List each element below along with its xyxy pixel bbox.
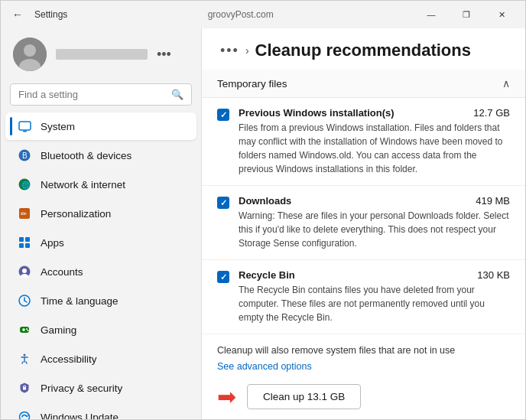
checkbox-prev-windows[interactable] xyxy=(217,109,229,121)
collapse-button[interactable]: ∧ xyxy=(502,77,510,90)
svg-text:🌐: 🌐 xyxy=(21,181,31,190)
sidebar-item-gaming[interactable]: Gaming xyxy=(5,316,196,343)
privacy-icon xyxy=(18,381,31,395)
user-more-button[interactable]: ••• xyxy=(157,47,171,63)
user-name-bar xyxy=(56,49,148,60)
item-prev-windows-size: 12.7 GB xyxy=(473,107,510,119)
item-recycle-desc: The Recycle Bin contains files you have … xyxy=(239,283,510,324)
svg-rect-12 xyxy=(25,237,30,242)
avatar xyxy=(13,37,47,71)
update-icon xyxy=(18,410,31,419)
item-recycle-size: 130 KB xyxy=(477,269,510,281)
sidebar-item-accounts[interactable]: Accounts xyxy=(5,258,196,285)
cleanup-button-area: ➡ Clean up 13.1 GB xyxy=(202,373,525,419)
titlebar: ← Settings groovyPost.com — ❐ ✕ xyxy=(1,1,525,28)
personalization-icon: ✏ xyxy=(18,207,31,220)
list-item: Downloads 419 MB Warning: These are file… xyxy=(202,186,525,260)
svg-rect-14 xyxy=(25,243,30,248)
sidebar-item-label-bluetooth: Bluetooth & devices xyxy=(41,150,132,161)
checkbox-recycle[interactable] xyxy=(217,271,229,283)
sidebar-item-network[interactable]: 🌐 Network & internet xyxy=(5,171,196,198)
cleanup-button[interactable]: Clean up 13.1 GB xyxy=(247,384,361,409)
item-downloads-content: Downloads 419 MB Warning: These are file… xyxy=(239,195,510,250)
accessibility-icon xyxy=(18,352,31,366)
svg-line-20 xyxy=(24,301,27,302)
item-prev-windows-title: Previous Windows installation(s) xyxy=(239,107,394,119)
checkbox-downloads[interactable] xyxy=(217,197,229,209)
apps-icon xyxy=(18,236,31,249)
item-downloads-title: Downloads xyxy=(239,195,291,207)
user-section: ••• xyxy=(1,28,201,80)
maximize-button[interactable]: ❐ xyxy=(449,2,484,27)
item-recycle-title-row: Recycle Bin 130 KB xyxy=(239,269,510,281)
sidebar-item-bluetooth[interactable]: B Bluetooth & devices xyxy=(5,142,196,169)
item-downloads-title-row: Downloads 419 MB xyxy=(239,195,510,207)
section-label: Temporary files xyxy=(217,78,287,90)
svg-text:B: B xyxy=(22,151,28,160)
search-icon: 🔍 xyxy=(171,89,183,100)
sidebar-item-privacy[interactable]: Privacy & security xyxy=(5,374,196,402)
svg-point-26 xyxy=(24,354,26,357)
search-input[interactable] xyxy=(18,89,165,100)
sidebar-item-label-update: Windows Update xyxy=(41,412,119,420)
section-header: Temporary files ∧ xyxy=(202,70,525,98)
svg-rect-11 xyxy=(19,237,24,242)
svg-rect-4 xyxy=(23,131,27,132)
sidebar-item-label-accounts: Accounts xyxy=(41,266,83,278)
close-button[interactable]: ✕ xyxy=(484,2,519,27)
arrow-icon: ➡ xyxy=(217,383,236,410)
breadcrumb-chevron: › xyxy=(245,44,249,57)
search-box[interactable]: 🔍 xyxy=(10,83,192,106)
item-prev-windows-content: Previous Windows installation(s) 12.7 GB… xyxy=(239,107,510,176)
svg-text:✏: ✏ xyxy=(21,210,28,218)
window-controls: — ❐ ✕ xyxy=(414,2,519,27)
panel-more-button[interactable]: ••• xyxy=(220,43,239,59)
svg-rect-27 xyxy=(23,387,26,390)
sidebar-item-time[interactable]: Time & language xyxy=(5,287,196,314)
sidebar-item-system[interactable]: System xyxy=(5,112,196,140)
sidebar-item-update[interactable]: Windows Update xyxy=(5,403,196,419)
footer-note: Cleanup will also remove system files th… xyxy=(217,345,510,356)
sidebar-item-label-privacy: Privacy & security xyxy=(41,383,122,394)
svg-point-1 xyxy=(24,44,36,57)
svg-rect-13 xyxy=(19,243,24,248)
item-prev-windows-title-row: Previous Windows installation(s) 12.7 GB xyxy=(239,107,510,119)
sidebar-item-label-time: Time & language xyxy=(41,295,119,307)
advanced-options-link[interactable]: See advanced options xyxy=(217,361,312,372)
network-icon: 🌐 xyxy=(18,177,31,191)
sidebar-item-label-network: Network & internet xyxy=(41,179,125,190)
sidebar-item-label-gaming: Gaming xyxy=(41,324,76,336)
window-title: Settings xyxy=(34,9,67,20)
main-layout: ••• 🔍 System B Bluetooth & devices xyxy=(1,28,525,419)
right-panel: ••• › Cleanup recommendations Temporary … xyxy=(201,28,525,419)
item-prev-windows-desc: Files from a previous Windows installati… xyxy=(239,121,510,176)
page-title: Cleanup recommendations xyxy=(255,41,471,60)
accounts-icon xyxy=(18,265,31,278)
bluetooth-icon: B xyxy=(18,148,31,162)
time-icon xyxy=(18,294,31,308)
system-icon xyxy=(18,119,31,133)
settings-window: ← Settings groovyPost.com — ❐ ✕ ••• xyxy=(0,0,526,420)
sidebar: ••• 🔍 System B Bluetooth & devices xyxy=(1,28,201,419)
footer-section: Cleanup will also remove system files th… xyxy=(202,334,525,373)
sidebar-item-label-accessibility: Accessibility xyxy=(41,353,97,365)
back-button[interactable]: ← xyxy=(7,4,28,25)
item-downloads-desc: Warning: These are files in your persona… xyxy=(239,209,510,250)
svg-point-25 xyxy=(28,330,29,331)
minimize-button[interactable]: — xyxy=(414,2,449,27)
item-recycle-title: Recycle Bin xyxy=(239,269,295,281)
item-downloads-size: 419 MB xyxy=(476,195,510,207)
list-item: Previous Windows installation(s) 12.7 GB… xyxy=(202,98,525,186)
panel-header: ••• › Cleanup recommendations xyxy=(202,28,525,70)
url-bar: groovyPost.com xyxy=(67,9,414,20)
sidebar-item-label-apps: Apps xyxy=(41,237,64,249)
svg-point-24 xyxy=(26,328,28,330)
sidebar-item-apps[interactable]: Apps xyxy=(5,229,196,256)
sidebar-item-accessibility[interactable]: Accessibility xyxy=(5,345,196,373)
sidebar-item-label-personalization: Personalization xyxy=(41,208,111,220)
svg-rect-3 xyxy=(19,122,31,130)
svg-point-16 xyxy=(22,269,27,273)
sidebar-item-personalization[interactable]: ✏ Personalization xyxy=(5,200,196,227)
sidebar-item-label-system: System xyxy=(41,121,75,132)
item-recycle-content: Recycle Bin 130 KB The Recycle Bin conta… xyxy=(239,269,510,324)
